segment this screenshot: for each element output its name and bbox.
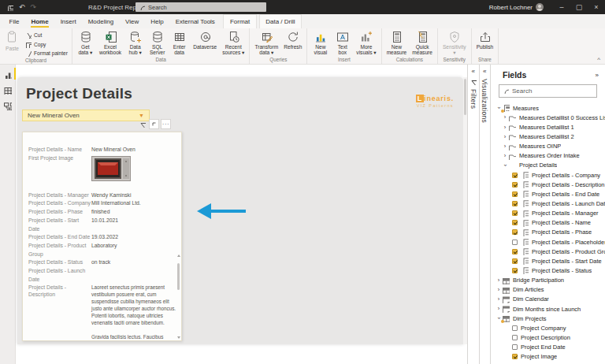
tree-item[interactable]: Project Details - Product Gro... [491,247,605,256]
tree-item[interactable]: Dim Calendar [491,295,605,304]
new-measure-button[interactable]: New measure [384,29,410,56]
get-data-button[interactable]: Get data ▾ [75,29,96,56]
data-hub-button[interactable]: Data hub ▾ [124,29,146,56]
tree-item[interactable]: Project Details - Placeholder [491,237,605,247]
tree-item[interactable]: Project Details - Manager [491,209,605,218]
tree-item[interactable]: Project Details - Start Date [491,256,605,266]
field-checkbox[interactable] [512,344,518,350]
expand-pane-icon[interactable]: « [483,69,486,75]
tree-item[interactable]: Dim Articles [491,285,605,295]
field-checkbox[interactable] [512,268,518,273]
field-checkbox[interactable] [512,354,518,359]
field-checkbox[interactable] [512,249,518,254]
tree-item[interactable]: Project Details - Name [491,218,605,228]
filters-pane-collapsed[interactable]: « Filters [467,65,479,364]
tree-item[interactable]: Measures Order Intake [491,151,605,161]
project-slicer-dropdown[interactable]: New Mineral Oven ▼ [22,110,150,121]
transform-data-button[interactable]: Transform data ▾ [252,29,280,56]
tree-item[interactable]: Project Image [491,352,605,362]
tree-item[interactable]: Dim Projects [491,314,605,323]
tree-item[interactable]: Project End Date [491,343,605,352]
more-visuals-button[interactable]: More visuals ▾ [354,29,378,56]
tree-item[interactable]: Project Details - Launch Date [491,199,605,208]
copy-button[interactable]: Copy [24,41,68,48]
enter-data-button[interactable]: Enter data [169,29,190,56]
tree-chevron-icon[interactable] [502,162,508,169]
scroll-down-icon[interactable] [177,336,180,339]
undo-icon[interactable]: ↶ [19,4,25,11]
tree-item[interactable]: Project Details - Company [491,170,605,180]
canvas-scrollbar[interactable] [463,77,467,344]
tree-chevron-icon[interactable] [502,114,508,121]
search-input[interactable] [148,4,262,11]
recent-sources-button[interactable]: Recent sources ▾ [220,29,247,56]
menu-file[interactable]: File [3,14,25,28]
account-menu[interactable]: Robert Lochner [489,3,544,11]
field-checkbox[interactable] [512,240,518,245]
card-scrollbar[interactable] [176,254,180,339]
refresh-button[interactable]: Refresh [281,29,304,56]
menu-insert[interactable]: Insert [54,14,82,28]
focus-mode-icon[interactable] [149,119,159,129]
tree-chevron-icon[interactable] [496,277,502,284]
field-checkbox[interactable] [512,182,518,188]
tree-item[interactable]: Project Details - Phase [491,228,605,237]
quick-measure-button[interactable]: Quick measure [410,29,435,56]
field-checkbox[interactable] [512,173,518,178]
tree-chevron-icon[interactable] [496,287,502,293]
fields-search[interactable] [499,84,597,98]
tree-item[interactable]: Bridge Participation [491,276,605,285]
tree-chevron-icon[interactable] [502,153,508,159]
menu-external-tools[interactable]: External Tools [169,14,221,28]
paste-button[interactable]: Paste [2,29,22,57]
field-checkbox[interactable] [512,325,518,331]
collapse-pane-icon[interactable]: » [596,72,599,79]
field-checkbox[interactable] [512,191,518,197]
tree-item[interactable]: Project Details - End Date [491,189,605,199]
field-checkbox[interactable] [512,220,518,225]
tree-item[interactable]: Project Company [491,323,605,332]
format-painter-button[interactable]: Format painter [24,50,68,57]
redo-icon[interactable]: ↷ [31,4,37,11]
scroll-up-icon[interactable] [177,254,180,257]
cut-button[interactable]: Cut [24,32,68,39]
field-checkbox[interactable] [512,210,518,216]
visualizations-pane-collapsed[interactable]: « Visualizations [479,65,491,364]
tree-item[interactable]: Measures OINP [491,142,605,151]
menu-data-drill[interactable]: Data / Drill [259,14,302,28]
scrollbar-thumb[interactable] [177,263,180,290]
filter-icon[interactable] [137,119,147,129]
excel-workbook-button[interactable]: Excel workbook [97,29,124,56]
sensitivity-button[interactable]: Sensitivity ▾ [440,29,469,56]
field-checkbox[interactable] [512,258,518,264]
close-button[interactable]: × [588,0,605,14]
tree-item[interactable]: Project Details [491,161,605,170]
expand-pane-icon[interactable]: « [472,69,475,75]
report-page[interactable]: Project Details Linearis. VIZ Patterns N… [17,77,463,344]
tree-chevron-icon[interactable] [502,143,508,150]
tree-item[interactable]: Project Details - Description [491,180,605,189]
ribbon-collapse-chevron-icon[interactable]: ^ [597,56,600,63]
global-search[interactable] [135,2,266,12]
tree-item[interactable]: Measures [491,103,605,113]
tree-chevron-icon[interactable] [496,306,502,312]
dataverse-button[interactable]: Dataverse [191,29,219,56]
more-options-icon[interactable]: ··· [161,119,171,129]
menu-home[interactable]: Home [25,14,54,28]
text-box-button[interactable]: Text box [332,29,353,56]
menu-view[interactable]: View [120,14,145,28]
fields-search-input[interactable] [512,87,599,95]
field-checkbox[interactable] [512,201,518,206]
tree-chevron-icon[interactable] [496,296,502,303]
tree-item[interactable]: Measures Detaillist 2 [491,132,605,141]
menu-modeling[interactable]: Modeling [82,14,119,28]
field-checkbox[interactable] [512,335,518,340]
tree-chevron-icon[interactable] [502,134,508,140]
tree-item[interactable]: Project Details - Status [491,266,605,275]
data-view[interactable] [2,84,14,96]
maximize-button[interactable]: ▢ [570,0,588,14]
report-view[interactable] [2,68,14,80]
publish-button[interactable]: Publish [474,29,496,56]
project-details-card[interactable]: Project Details - Name New Mineral Oven [22,132,182,341]
field-checkbox[interactable] [512,229,518,235]
